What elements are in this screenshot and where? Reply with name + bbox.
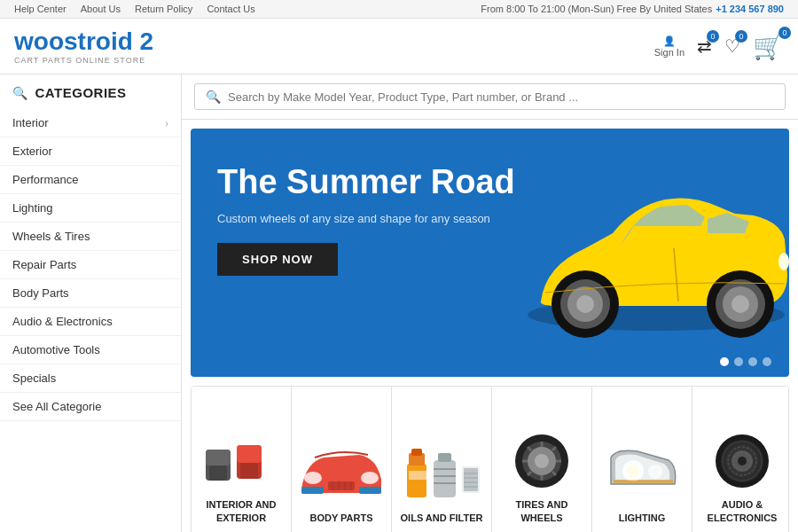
- logo-subtitle: CART PARTS ONLINE STORE: [14, 56, 153, 65]
- content-area: 🔍 The Summer Road Custom wheels of any s…: [182, 74, 798, 532]
- audio-electronics-label: AUDIO & ELECTRONICS: [698, 498, 786, 524]
- about-us-link[interactable]: About Us: [81, 4, 121, 14]
- svg-point-60: [738, 457, 747, 466]
- logo-woo: woo: [14, 27, 64, 55]
- svg-rect-26: [407, 464, 426, 497]
- tires-wheels-label: TIRES AND WHEELS: [497, 498, 586, 524]
- sidebar-item-label: Repair Parts: [12, 258, 76, 271]
- svg-rect-24: [301, 487, 324, 494]
- svg-rect-29: [409, 471, 428, 480]
- svg-rect-12: [206, 450, 231, 466]
- svg-rect-15: [237, 445, 262, 463]
- sidebar-item-label: Specials: [12, 372, 56, 385]
- wishlist-icon-wrap[interactable]: ♡ 0: [724, 35, 740, 57]
- sidebar-item-wheels-tires[interactable]: Wheels & Tires: [0, 223, 181, 251]
- svg-rect-16: [240, 463, 258, 479]
- cart-button[interactable]: 🛒 0: [753, 32, 784, 61]
- dot-4[interactable]: [763, 357, 771, 366]
- search-input[interactable]: [228, 90, 774, 104]
- search-bar: 🔍: [182, 74, 798, 120]
- svg-rect-25: [359, 487, 381, 494]
- categories-title: CATEGORIES: [35, 85, 127, 100]
- tires-wheels-image: [497, 429, 586, 491]
- svg-point-4: [576, 295, 594, 313]
- sidebar-item-specials[interactable]: Specials: [0, 364, 181, 393]
- search-input-wrap[interactable]: 🔍: [194, 83, 786, 110]
- sidebar-item-label: Wheels & Tires: [12, 230, 90, 243]
- hero-subtitle: Custom wheels of any size and shape for …: [217, 212, 515, 225]
- sidebar-item-label: Interior: [12, 116, 48, 129]
- body-parts-card[interactable]: BODY PARTS: [292, 387, 392, 532]
- sidebar: 🔍 CATEGORIES Interior › Exterior Perform…: [0, 74, 182, 532]
- oils-filter-card[interactable]: OILS AND FILTER: [392, 387, 492, 532]
- lighting-image: [598, 442, 686, 505]
- top-bar-links: Help Center About Us Return Policy Conta…: [14, 4, 255, 14]
- logo[interactable]: woostroid 2 CART PARTS ONLINE STORE: [14, 27, 153, 65]
- categories-header: 🔍 CATEGORIES: [0, 74, 181, 109]
- svg-point-17: [304, 472, 322, 484]
- sidebar-item-automotive-tools[interactable]: Automotive Tools: [0, 336, 181, 364]
- sidebar-item-exterior[interactable]: Exterior: [0, 137, 181, 166]
- sidebar-item-lighting[interactable]: Lighting: [0, 194, 181, 223]
- svg-point-44: [535, 454, 549, 468]
- svg-point-54: [627, 465, 639, 477]
- dot-2[interactable]: [734, 357, 743, 366]
- main-layout: 🔍 CATEGORIES Interior › Exterior Perform…: [0, 74, 798, 532]
- interior-exterior-card[interactable]: INTERIOR AND EXTERIOR: [192, 387, 292, 532]
- sidebar-item-label: Audio & Electronics: [12, 315, 113, 328]
- svg-rect-13: [209, 466, 227, 481]
- compare-icon-wrap[interactable]: ⇄ 0: [697, 35, 712, 57]
- sign-in-button[interactable]: 👤 Sign In: [654, 35, 685, 58]
- phone-number: +1 234 567 890: [716, 4, 784, 14]
- dot-1[interactable]: [720, 357, 729, 366]
- sidebar-item-label: Body Parts: [12, 286, 69, 300]
- svg-rect-31: [438, 453, 451, 462]
- lighting-card[interactable]: LIGHTING: [592, 387, 692, 532]
- hero-content: The Summer Road Custom wheels of any siz…: [217, 164, 515, 276]
- body-parts-label: BODY PARTS: [309, 512, 372, 524]
- user-icon: 👤: [663, 35, 676, 47]
- sidebar-item-label: Lighting: [12, 201, 53, 215]
- logo-text: woostroid 2: [14, 27, 153, 56]
- interior-exterior-label: INTERIOR AND EXTERIOR: [197, 498, 286, 524]
- tires-wheels-card[interactable]: TIRES AND WHEELS: [492, 387, 592, 532]
- svg-point-8: [732, 295, 749, 313]
- hero-slider: The Summer Road Custom wheels of any siz…: [191, 129, 789, 377]
- sidebar-item-label: Automotive Tools: [12, 343, 100, 356]
- oils-filter-label: OILS AND FILTER: [401, 512, 483, 524]
- contact-us-link[interactable]: Contact Us: [207, 4, 254, 14]
- sidebar-item-label: Performance: [12, 173, 78, 186]
- sidebar-item-body-parts[interactable]: Body Parts: [0, 279, 181, 308]
- audio-electronics-card[interactable]: AUDIO & ELECTRONICS: [692, 387, 789, 532]
- search-icon: 🔍: [206, 90, 221, 104]
- shop-now-button[interactable]: SHOP NOW: [217, 243, 338, 276]
- lighting-label: LIGHTING: [619, 512, 666, 524]
- sidebar-item-performance[interactable]: Performance: [0, 166, 181, 194]
- dot-3[interactable]: [748, 357, 757, 366]
- sidebar-item-interior[interactable]: Interior ›: [0, 109, 181, 137]
- sidebar-item-repair-parts[interactable]: Repair Parts: [0, 251, 181, 279]
- svg-point-55: [648, 465, 662, 479]
- logo-stroid: stroid 2: [64, 27, 153, 55]
- sidebar-item-audio-electronics[interactable]: Audio & Electronics: [0, 308, 181, 336]
- sidebar-item-see-all[interactable]: See All Categorie: [0, 393, 181, 421]
- audio-electronics-image: [698, 429, 786, 491]
- svg-point-9: [778, 253, 789, 270]
- top-bar-info: From 8:00 To 21:00 (Mon-Sun) Free By Uni…: [481, 4, 784, 14]
- interior-exterior-image: [197, 429, 286, 491]
- svg-rect-28: [411, 449, 422, 456]
- wishlist-badge: 0: [735, 30, 747, 43]
- sidebar-item-label: Exterior: [12, 145, 52, 158]
- store-hours: From 8:00 To 21:00 (Mon-Sun) Free By Uni…: [481, 4, 712, 14]
- chevron-right-icon: ›: [165, 118, 168, 129]
- help-center-link[interactable]: Help Center: [14, 4, 66, 14]
- sidebar-item-label: See All Categorie: [12, 400, 101, 413]
- category-cards: INTERIOR AND EXTERIOR: [191, 386, 789, 532]
- search-icon: 🔍: [12, 86, 28, 100]
- return-policy-link[interactable]: Return Policy: [135, 4, 192, 14]
- header-icons: 👤 Sign In ⇄ 0 ♡ 0 🛒 0: [654, 32, 784, 61]
- hero-car-image: [488, 129, 789, 377]
- svg-rect-30: [434, 460, 456, 497]
- body-parts-image: [297, 442, 386, 505]
- top-bar: Help Center About Us Return Policy Conta…: [0, 0, 798, 19]
